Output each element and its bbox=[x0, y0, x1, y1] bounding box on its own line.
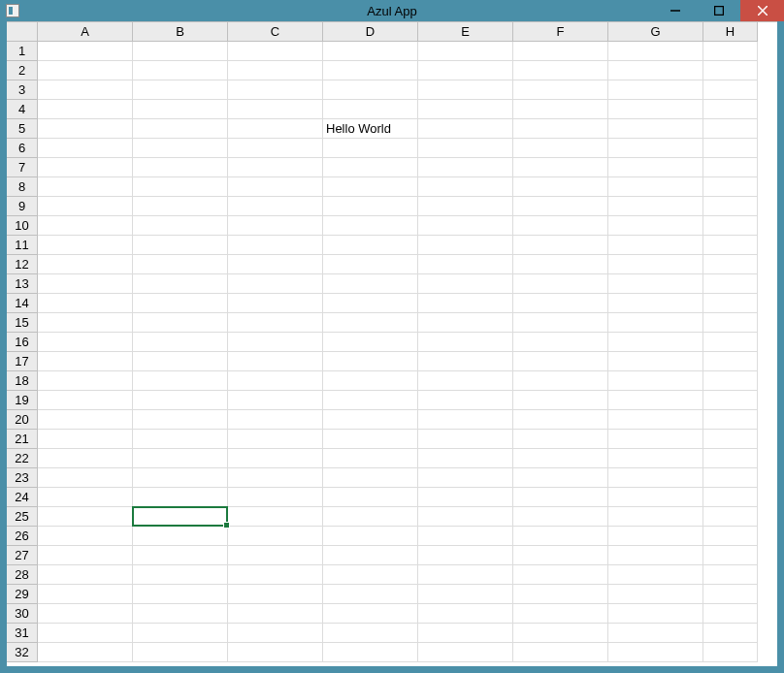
row-header[interactable]: 32 bbox=[7, 643, 38, 662]
cell[interactable] bbox=[38, 488, 133, 507]
cell[interactable] bbox=[133, 294, 228, 313]
cell[interactable] bbox=[513, 391, 608, 410]
cell[interactable] bbox=[608, 565, 703, 585]
cell[interactable] bbox=[228, 585, 323, 604]
cell[interactable] bbox=[513, 236, 608, 255]
cell[interactable] bbox=[703, 139, 758, 158]
column-header[interactable]: F bbox=[513, 22, 608, 42]
cell[interactable] bbox=[38, 546, 133, 565]
row-header[interactable]: 16 bbox=[7, 333, 38, 352]
cell[interactable] bbox=[133, 604, 228, 624]
select-all-corner[interactable] bbox=[7, 22, 38, 42]
cell[interactable] bbox=[133, 313, 228, 333]
cell[interactable] bbox=[608, 643, 703, 662]
column-header[interactable]: E bbox=[418, 22, 513, 42]
cell[interactable] bbox=[513, 352, 608, 371]
row-header[interactable]: 2 bbox=[7, 61, 38, 80]
cell[interactable] bbox=[703, 119, 758, 139]
cell[interactable] bbox=[608, 42, 703, 61]
cell[interactable] bbox=[38, 158, 133, 177]
cell[interactable] bbox=[703, 468, 758, 488]
cell[interactable] bbox=[608, 391, 703, 410]
row-header[interactable]: 22 bbox=[7, 449, 38, 468]
cell[interactable] bbox=[608, 197, 703, 216]
cell[interactable] bbox=[703, 100, 758, 119]
cell[interactable] bbox=[418, 274, 513, 294]
cell[interactable] bbox=[228, 371, 323, 391]
cell[interactable] bbox=[323, 604, 418, 624]
cell[interactable] bbox=[323, 507, 418, 527]
cell[interactable] bbox=[703, 507, 758, 527]
row-header[interactable]: 27 bbox=[7, 546, 38, 565]
cell[interactable] bbox=[418, 294, 513, 313]
cell[interactable] bbox=[133, 371, 228, 391]
cell[interactable] bbox=[418, 236, 513, 255]
cell[interactable] bbox=[323, 80, 418, 100]
cell[interactable] bbox=[703, 643, 758, 662]
cell[interactable] bbox=[513, 488, 608, 507]
cell[interactable] bbox=[608, 294, 703, 313]
cell[interactable] bbox=[703, 177, 758, 197]
cell[interactable] bbox=[323, 430, 418, 449]
cell[interactable] bbox=[133, 449, 228, 468]
cell[interactable] bbox=[513, 624, 608, 643]
cell[interactable] bbox=[608, 236, 703, 255]
row-header[interactable]: 28 bbox=[7, 565, 38, 585]
cell[interactable] bbox=[608, 546, 703, 565]
cell[interactable] bbox=[323, 352, 418, 371]
cell[interactable] bbox=[228, 80, 323, 100]
cell[interactable] bbox=[38, 333, 133, 352]
cell[interactable] bbox=[703, 430, 758, 449]
cell[interactable] bbox=[133, 507, 228, 527]
cell[interactable] bbox=[323, 449, 418, 468]
fill-handle[interactable] bbox=[223, 522, 230, 529]
cell[interactable] bbox=[513, 197, 608, 216]
cell[interactable] bbox=[323, 371, 418, 391]
row-header[interactable]: 23 bbox=[7, 468, 38, 488]
cell[interactable] bbox=[38, 449, 133, 468]
cell[interactable] bbox=[418, 100, 513, 119]
cell[interactable] bbox=[418, 313, 513, 333]
cell[interactable] bbox=[38, 42, 133, 61]
cell[interactable] bbox=[228, 565, 323, 585]
cell[interactable] bbox=[38, 255, 133, 274]
cell[interactable] bbox=[228, 624, 323, 643]
cell[interactable] bbox=[703, 565, 758, 585]
cell[interactable] bbox=[513, 100, 608, 119]
cell[interactable] bbox=[228, 527, 323, 546]
cell[interactable] bbox=[38, 197, 133, 216]
cell[interactable] bbox=[418, 371, 513, 391]
cell[interactable] bbox=[228, 177, 323, 197]
cell[interactable] bbox=[418, 352, 513, 371]
cell[interactable] bbox=[323, 100, 418, 119]
cell[interactable] bbox=[228, 468, 323, 488]
cell[interactable] bbox=[228, 410, 323, 430]
cell[interactable] bbox=[513, 371, 608, 391]
cell[interactable] bbox=[703, 42, 758, 61]
row-header[interactable]: 6 bbox=[7, 139, 38, 158]
cell[interactable] bbox=[323, 488, 418, 507]
cell[interactable] bbox=[608, 158, 703, 177]
row-header[interactable]: 26 bbox=[7, 527, 38, 546]
cell[interactable] bbox=[323, 42, 418, 61]
row-header[interactable]: 10 bbox=[7, 216, 38, 236]
cell[interactable] bbox=[418, 42, 513, 61]
cell[interactable] bbox=[608, 624, 703, 643]
cell[interactable] bbox=[418, 410, 513, 430]
row-header[interactable]: 30 bbox=[7, 604, 38, 624]
row-header[interactable]: 25 bbox=[7, 507, 38, 527]
cell[interactable] bbox=[608, 333, 703, 352]
cell[interactable] bbox=[513, 139, 608, 158]
cell[interactable] bbox=[703, 371, 758, 391]
cell[interactable] bbox=[418, 61, 513, 80]
cell[interactable]: Hello World bbox=[323, 119, 418, 139]
row-header[interactable]: 11 bbox=[7, 236, 38, 255]
cell[interactable] bbox=[228, 100, 323, 119]
cell[interactable] bbox=[608, 61, 703, 80]
cell[interactable] bbox=[38, 371, 133, 391]
cell[interactable] bbox=[323, 624, 418, 643]
cell[interactable] bbox=[513, 274, 608, 294]
row-header[interactable]: 29 bbox=[7, 585, 38, 604]
cell[interactable] bbox=[323, 139, 418, 158]
cell[interactable] bbox=[418, 565, 513, 585]
